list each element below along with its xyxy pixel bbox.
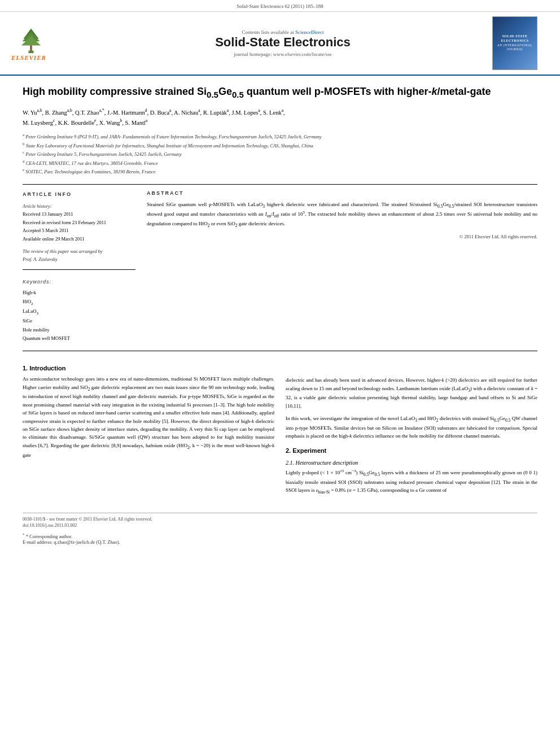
abstract-column: ABSTRACT Strained SiGe quantum well p-MO…	[147, 190, 537, 343]
keywords-section: Keywords: High-k HfO2 LaLuO3 SiGe Hole m…	[23, 278, 135, 343]
article-footer: 0038-1101/$ - see front matter © 2011 El…	[23, 513, 537, 545]
intro-para-2: dielectric and has already been used in …	[286, 376, 537, 410]
received-revised-date: Received in revised form 23 February 201…	[23, 219, 135, 226]
intro-para-3: In this work, we investigate the integra…	[286, 414, 537, 440]
journal-homepage: journal homepage: www.elsevier.com/locat…	[73, 51, 492, 57]
journal-cover: SOLID-STATEELECTRONICSAn International J…	[492, 16, 537, 70]
affiliations: a Peter Grünberg Institute 9 (PGI 9-IT),…	[23, 132, 537, 176]
corresponding-author-note: * * Corresponding author. E-mail address…	[23, 532, 537, 545]
sciencedirect-text: Contents lists available at ScienceDirec…	[73, 29, 492, 35]
copyright: © 2011 Elsevier Ltd. All rights reserved…	[147, 234, 537, 239]
article-info: ARTICLE INFO Article history: Received 1…	[23, 190, 135, 343]
article-content: High mobility compressive strained Si0.5…	[0, 76, 560, 556]
authors-line: W. Yua,b, B. Zhanga,b, Q.T. Zhaoa,*, J.-…	[23, 107, 537, 128]
received-date: Received 13 January 2011	[23, 210, 135, 218]
article-title: High mobility compressive strained Si0.5…	[23, 85, 537, 101]
cover-title: SOLID-STATEELECTRONICSAn International J…	[495, 34, 535, 52]
keywords-list: High-k HfO2 LaLuO3 SiGe Hole mobility Qu…	[23, 289, 135, 343]
divider-2	[23, 351, 537, 351]
body-left-col: 1. Introduction As semiconductor technol…	[23, 357, 274, 496]
article-info-abstract-section: ARTICLE INFO Article history: Received 1…	[23, 190, 537, 343]
top-bar: Solid-State Electronics 62 (2011) 185–18…	[0, 0, 560, 12]
doi-line: doi:10.1016/j.sse.2011.03.002	[23, 523, 537, 528]
keywords-label: Keywords:	[23, 278, 135, 286]
review-note: The review of this paper was arranged by…	[23, 247, 135, 264]
accepted-date: Accepted 5 March 2011	[23, 226, 135, 234]
sciencedirect-link[interactable]: ScienceDirect	[295, 29, 323, 35]
divider-1	[23, 184, 537, 185]
experiment-heading: 2. Experiment	[286, 447, 537, 454]
elsevier-tree-icon	[11, 26, 51, 54]
available-date: Available online 29 March 2011	[23, 235, 135, 243]
body-right-col: dielectric and has already been used in …	[286, 357, 537, 496]
elsevier-logo-area: ELSEVIER	[11, 26, 73, 61]
divider-keywords	[23, 269, 135, 270]
author-email[interactable]: q.zhao@fz-juelich.de	[54, 539, 95, 545]
article-info-column: ARTICLE INFO Article history: Received 1…	[23, 190, 135, 343]
journal-citation: Solid-State Electronics 62 (2011) 185–18…	[237, 3, 323, 9]
open-access-note: 0038-1101/$ - see front matter © 2011 El…	[23, 517, 537, 522]
abstract-label: ABSTRACT	[147, 190, 537, 196]
elsevier-label: ELSEVIER	[11, 54, 46, 61]
journal-cover-area: SOLID-STATEELECTRONICSAn International J…	[492, 16, 549, 70]
history-label: Article history:	[23, 202, 135, 210]
journal-header-center: Contents lists available at ScienceDirec…	[73, 29, 492, 57]
journal-header: ELSEVIER Contents lists available at Sci…	[0, 12, 560, 76]
heterostructure-subheading: 2.1. Heterostructure description	[286, 460, 537, 466]
journal-title: Solid-State Electronics	[73, 35, 492, 50]
heterostructure-text: Lightly p-doped (< 1 × 1015 cm−3) Si0.5G…	[286, 468, 537, 496]
elsevier-logo: ELSEVIER	[11, 26, 73, 61]
body-section: 1. Introduction As semiconductor technol…	[23, 357, 537, 496]
article-info-label: ARTICLE INFO	[23, 190, 135, 199]
introduction-heading: 1. Introduction	[23, 365, 274, 372]
intro-para-1: As semiconductor technology goes into a …	[23, 375, 274, 459]
abstract-text: Strained SiGe quantum well p-MOSFETs wit…	[147, 200, 537, 229]
